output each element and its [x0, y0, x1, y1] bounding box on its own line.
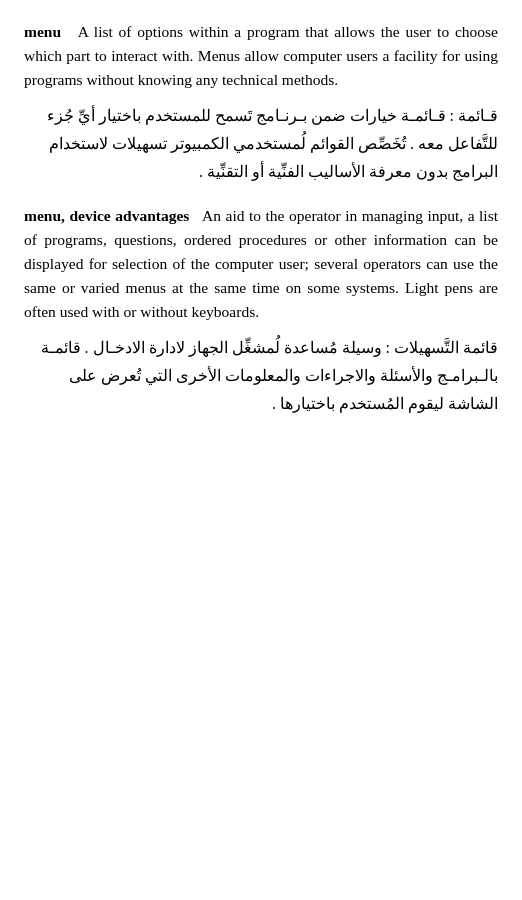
entry-menu-device-advantages-arabic: قائمة التَّسهيلات : وسيلة مُساعدة لُمشغِ…: [24, 334, 498, 418]
entry-menu-term: menu: [24, 23, 61, 40]
entry-menu-english-text: A list of options within a program that …: [24, 23, 498, 88]
entry-menu: menu A list of options within a program …: [24, 20, 498, 186]
entry-menu-english: menu A list of options within a program …: [24, 20, 498, 92]
entry-menu-arabic: قـائمة : قـائمـة خيارات ضمن بـرنـامج تَس…: [24, 102, 498, 186]
entry-menu-device-advantages-term: menu, device advantages: [24, 207, 189, 224]
entry-menu-device-advantages: menu, device advantages An aid to the op…: [24, 204, 498, 418]
entry-menu-device-advantages-english: menu, device advantages An aid to the op…: [24, 204, 498, 324]
